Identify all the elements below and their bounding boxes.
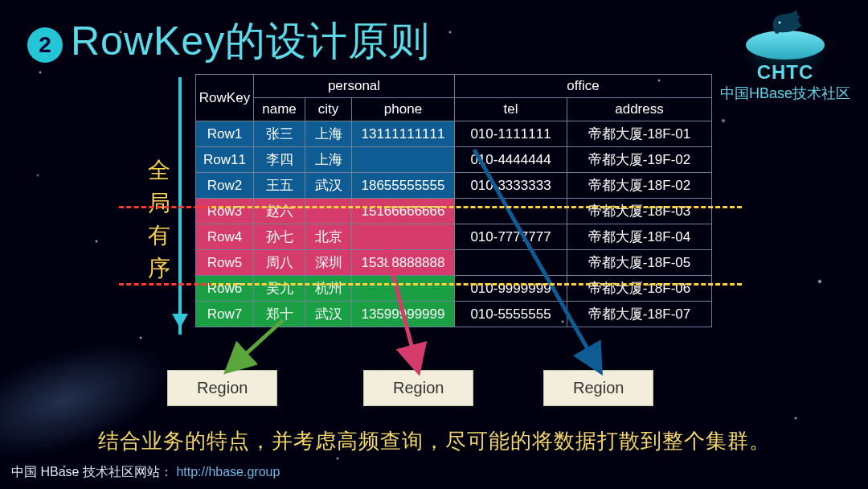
cell-name: 孙七 (254, 224, 305, 250)
brand-abbr: CHTC (720, 61, 850, 84)
cell-phone: 13599999999 (352, 302, 455, 327)
cell-rk: Row3 (196, 199, 254, 224)
cell-phone: 15166666666 (352, 199, 455, 224)
cell-tel (455, 199, 567, 224)
cell-tel: 010-1111111 (455, 121, 567, 147)
cell-phone: 18655555555 (352, 173, 455, 199)
cell-addr: 帝都大厦-18F-01 (567, 121, 712, 147)
header-phone: phone (352, 98, 455, 121)
split-line (211, 283, 742, 286)
cell-rk: Row7 (196, 302, 254, 327)
header-cf-office: office (455, 75, 712, 98)
logo-dish-icon (746, 31, 825, 60)
cell-city: 杭州 (305, 276, 352, 302)
header-name: name (254, 98, 305, 121)
cell-phone (352, 147, 455, 173)
cell-addr: 帝都大厦-18F-05 (567, 250, 712, 276)
region-box-1: Region (167, 370, 277, 406)
footer-prefix: 中国 HBase 技术社区网站： (11, 465, 173, 479)
cell-rk: Row6 (196, 276, 254, 302)
cell-addr: 帝都大厦-19F-02 (567, 147, 712, 173)
cell-rk: Row5 (196, 250, 254, 276)
table-row: Row5周八深圳15388888888帝都大厦-18F-05 (196, 250, 712, 276)
cell-name: 吴九 (254, 276, 305, 302)
cell-city: 上海 (305, 121, 352, 147)
cell-tel: 010-3333333 (455, 173, 567, 199)
table-row: Row3赵六15166666666帝都大厦-18F-03 (196, 199, 712, 224)
global-order-label: 全局有序 (146, 154, 172, 285)
cell-name: 李四 (254, 147, 305, 173)
split-line (211, 206, 742, 208)
cell-addr: 帝都大厦-18F-02 (567, 173, 712, 199)
cell-name: 周八 (254, 250, 305, 276)
page-title: RowKey的设计原则 (71, 14, 430, 68)
header-tel: tel (455, 98, 567, 121)
rowkey-table: RowKey personal office name city phone t… (195, 74, 712, 327)
region-box-3: Region (543, 370, 653, 406)
table-row: Row2王五武汉18655555555010-3333333帝都大厦-18F-0… (196, 173, 712, 199)
cell-rk: Row11 (196, 147, 254, 173)
cell-name: 郑十 (254, 302, 305, 327)
cell-tel: 010-9999999 (455, 276, 567, 302)
closing-text: 结合业务的特点，并考虑高频查询，尽可能的将数据打散到整个集群。 (40, 427, 828, 455)
table-row: Row7郑十武汉13599999999010-5555555帝都大厦-18F-0… (196, 302, 712, 327)
svg-point-0 (778, 22, 780, 24)
brand-full: 中国HBase技术社区 (720, 84, 850, 103)
cell-name: 赵六 (254, 199, 305, 224)
cell-addr: 帝都大厦-18F-07 (567, 302, 712, 327)
cell-phone: 13111111111 (352, 121, 455, 147)
footer-link[interactable]: http://hbase.group (176, 465, 280, 479)
cell-name: 张三 (254, 121, 305, 147)
header-city: city (305, 98, 352, 121)
cell-addr: 帝都大厦-18F-06 (567, 276, 712, 302)
header-address: address (567, 98, 712, 121)
split-line (119, 283, 214, 286)
cell-tel (455, 250, 567, 276)
table-row: Row6吴九杭州010-9999999帝都大厦-18F-06 (196, 276, 712, 302)
cell-tel: 010-7777777 (455, 224, 567, 250)
header-cf-personal: personal (254, 75, 455, 98)
table-row: Row1张三上海13111111111010-1111111帝都大厦-18F-0… (196, 121, 712, 147)
split-line (119, 206, 214, 208)
cell-addr: 帝都大厦-18F-03 (567, 199, 712, 224)
cell-name: 王五 (254, 173, 305, 199)
cell-rk: Row1 (196, 121, 254, 147)
cell-city: 深圳 (305, 250, 352, 276)
cell-city (305, 199, 352, 224)
cell-rk: Row4 (196, 224, 254, 250)
cell-rk: Row2 (196, 173, 254, 199)
cell-phone: 15388888888 (352, 250, 455, 276)
region-box-2: Region (363, 370, 473, 406)
footer-url: 中国 HBase 技术社区网站： http://hbase.group (11, 464, 280, 481)
cell-city: 武汉 (305, 302, 352, 327)
cell-city: 武汉 (305, 173, 352, 199)
table-row: Row11李四上海010-4444444帝都大厦-19F-02 (196, 147, 712, 173)
cell-tel: 010-5555555 (455, 302, 567, 327)
step-badge: 2 (27, 27, 63, 63)
cell-tel: 010-4444444 (455, 147, 567, 173)
table-row: Row4孙七北京010-7777777帝都大厦-18F-04 (196, 224, 712, 250)
cell-phone (352, 276, 455, 302)
brand-logo: CHTC 中国HBase技术社区 (720, 5, 850, 103)
cell-phone (352, 224, 455, 250)
whale-icon (770, 8, 805, 35)
header-rowkey: RowKey (196, 75, 254, 121)
cell-city: 上海 (305, 147, 352, 173)
cell-city: 北京 (305, 224, 352, 250)
cell-addr: 帝都大厦-18F-04 (567, 224, 712, 250)
